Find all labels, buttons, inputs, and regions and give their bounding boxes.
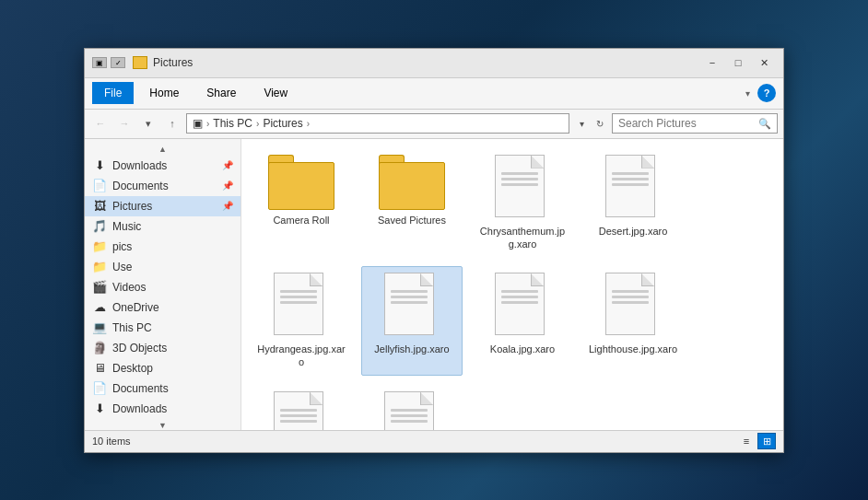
system-icon: ▣ (92, 57, 107, 68)
sidebar-scroll-down[interactable]: ▼ (85, 419, 240, 430)
sidebar-label-videos: Videos (112, 281, 233, 294)
sidebar-item-desktop[interactable]: 🖥 Desktop (85, 358, 240, 378)
file-item-chrysanthemum[interactable]: Chrysanthemum.jpg.xaro (472, 148, 573, 258)
sidebar-item-downloads2[interactable]: ⬇ Downloads (85, 399, 240, 419)
file-name-lighthouse: Lighthouse.jpg.xaro (589, 343, 677, 355)
music-icon: 🎵 (92, 219, 107, 234)
status-bar: 10 items ≡ ⊞ (85, 430, 783, 452)
folder-icon-saved-pictures (379, 155, 445, 210)
use-icon: 📁 (92, 260, 107, 274)
view-buttons: ≡ ⊞ (737, 433, 776, 449)
view-icons-button[interactable]: ⊞ (757, 433, 776, 449)
doc-icon-hydrangeas (274, 273, 329, 339)
downloads-icon: ⬇ (92, 158, 107, 173)
address-dropdown-btn[interactable]: ▾ (573, 113, 590, 134)
documents-icon: 📄 (92, 179, 107, 193)
breadcrumb-this-pc[interactable]: This PC (213, 117, 252, 130)
3d-objects-icon: 🗿 (92, 341, 107, 355)
file-item-saved-pictures[interactable]: Saved Pictures (361, 148, 463, 258)
search-box[interactable]: 🔍 (612, 113, 778, 134)
sidebar-item-use[interactable]: 📁 Use (85, 257, 240, 277)
title-bar: ▣ ✓ Pictures − □ ✕ (85, 49, 783, 78)
file-name-koala: Koala.jpg.xaro (490, 343, 555, 355)
sidebar-item-pics[interactable]: 📁 pics (85, 237, 240, 257)
sidebar-item-downloads[interactable]: ⬇ Downloads 📌 (85, 156, 240, 176)
quick-access-icon: ✓ (111, 57, 125, 68)
sidebar: ▲ ⬇ Downloads 📌 📄 Documents 📌 🖼 Pictures… (85, 139, 241, 430)
window-title: Pictures (153, 56, 700, 69)
help-button[interactable]: ? (757, 84, 776, 102)
search-icon[interactable]: 🔍 (758, 118, 771, 130)
sidebar-item-pictures[interactable]: 🖼 Pictures 📌 (85, 196, 240, 216)
sidebar-scroll-up[interactable]: ▲ (85, 143, 240, 156)
videos-icon: 🎬 (92, 280, 107, 295)
sidebar-item-music[interactable]: 🎵 Music (85, 216, 240, 237)
tab-home[interactable]: Home (137, 82, 191, 104)
sidebar-label-onedrive: OneDrive (112, 301, 233, 314)
close-button[interactable]: ✕ (752, 53, 776, 72)
file-item-desert[interactable]: Desert.jpg.xaro (582, 148, 684, 258)
sidebar-item-videos[interactable]: 🎬 Videos (85, 277, 240, 297)
file-name-camera-roll: Camera Roll (273, 214, 329, 227)
sidebar-label-documents2: Documents (112, 382, 233, 395)
sidebar-label-documents: Documents (112, 180, 217, 192)
pics-icon: 📁 (92, 239, 107, 254)
maximize-button[interactable]: □ (726, 53, 750, 72)
ribbon-collapse-chevron[interactable]: ▾ (742, 87, 754, 100)
up-button[interactable]: ↑ (162, 113, 182, 134)
file-item-lighthouse[interactable]: Lighthouse.jpg.xaro (582, 266, 684, 376)
file-item-penguins[interactable]: Penguins.jpg.xaro (251, 385, 352, 430)
file-name-chrysanthemum: Chrysanthemum.jpg.xaro (478, 225, 567, 251)
window-controls: − □ ✕ (700, 53, 776, 72)
doc-icon-penguins (274, 391, 329, 430)
address-path[interactable]: ▣ › This PC › Pictures › (186, 113, 569, 134)
sidebar-label-3d-objects: 3D Objects (112, 342, 233, 355)
doc-icon-koala (495, 273, 550, 339)
folder-icon (133, 56, 147, 69)
pin-icon-downloads: 📌 (222, 160, 233, 170)
sidebar-item-3d-objects[interactable]: 🗿 3D Objects (85, 338, 240, 358)
address-bar: ← → ▾ ↑ ▣ › This PC › Pictures › ▾ ↻ 🔍 (85, 110, 783, 139)
doc-icon-tulips (384, 391, 440, 430)
tab-view[interactable]: View (252, 82, 299, 104)
file-grid: Camera Roll Saved Pictures (251, 148, 774, 430)
this-pc-icon: 💻 (92, 320, 107, 335)
item-count: 10 items (92, 436, 131, 447)
breadcrumb-sep1: › (206, 119, 209, 129)
main-area: ▲ ⬇ Downloads 📌 📄 Documents 📌 🖼 Pictures… (85, 139, 783, 430)
view-list-button[interactable]: ≡ (737, 433, 756, 449)
file-item-camera-roll[interactable]: Camera Roll (251, 148, 352, 258)
desktop-icon: 🖥 (92, 361, 107, 376)
forward-button[interactable]: → (114, 113, 135, 134)
file-item-hydrangeas[interactable]: Hydrangeas.jpg.xaro (251, 266, 352, 376)
sidebar-label-pictures: Pictures (112, 200, 217, 213)
file-name-desert: Desert.jpg.xaro (599, 225, 668, 238)
file-item-koala[interactable]: Koala.jpg.xaro (472, 266, 573, 376)
doc-icon-chrysanthemum (495, 155, 550, 221)
sidebar-label-pics: pics (112, 240, 233, 253)
sidebar-label-downloads2: Downloads (112, 402, 233, 415)
onedrive-icon: ☁ (92, 300, 107, 315)
explorer-window: ▣ ✓ Pictures − □ ✕ File Home Share View … (84, 48, 784, 453)
back-button[interactable]: ← (90, 113, 111, 134)
tab-share[interactable]: Share (194, 82, 248, 104)
file-item-jellyfish[interactable]: Jellyfish.jpg.xaro (361, 266, 463, 376)
sidebar-item-onedrive[interactable]: ☁ OneDrive (85, 297, 240, 318)
tab-file[interactable]: File (92, 82, 134, 104)
minimize-button[interactable]: − (700, 53, 724, 72)
sidebar-item-documents2[interactable]: 📄 Documents (85, 378, 240, 399)
file-name-saved-pictures: Saved Pictures (378, 214, 446, 227)
dropdown-button[interactable]: ▾ (138, 113, 158, 134)
search-input[interactable] (618, 117, 755, 130)
sidebar-item-this-pc[interactable]: 💻 This PC (85, 318, 240, 338)
breadcrumb-sep3: › (307, 119, 310, 129)
sidebar-label-use: Use (112, 261, 233, 273)
ribbon: File Home Share View ▾ ? (85, 78, 783, 110)
file-item-tulips[interactable]: Tulips.jpg.xaro (361, 385, 463, 430)
sidebar-item-documents[interactable]: 📄 Documents 📌 (85, 176, 240, 196)
title-bar-system-icons: ▣ ✓ (92, 57, 125, 68)
breadcrumb-pictures[interactable]: Pictures (263, 117, 302, 130)
file-area: Camera Roll Saved Pictures (241, 139, 783, 430)
breadcrumb-pc[interactable]: ▣ (193, 117, 203, 130)
refresh-button[interactable]: ↻ (592, 113, 608, 134)
